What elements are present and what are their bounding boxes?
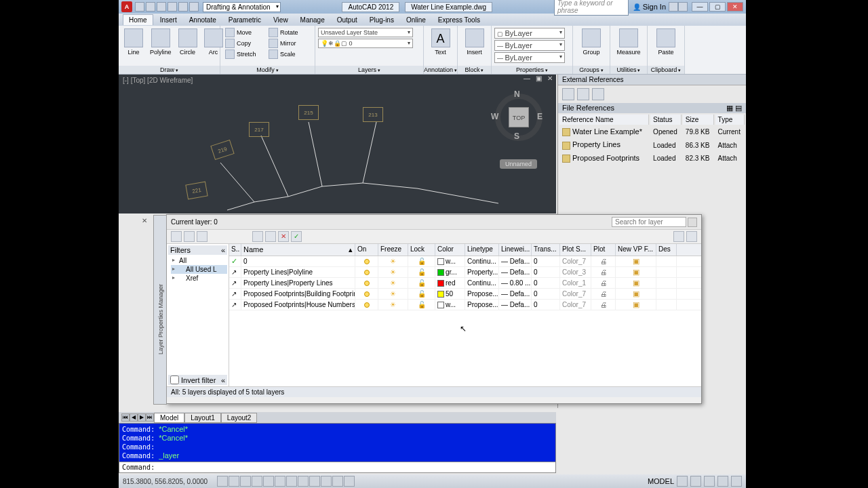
exchange-icon[interactable] xyxy=(669,2,678,12)
viewcube[interactable]: N S E W TOP xyxy=(490,88,544,142)
qat-save-icon[interactable] xyxy=(157,2,166,12)
filter-all[interactable]: All xyxy=(171,256,227,265)
filter-xref[interactable]: Xref xyxy=(171,274,227,283)
lock-icon[interactable]: 🔓 xyxy=(418,258,426,265)
tab-next-icon[interactable]: ▶ xyxy=(138,413,146,422)
col-linetype[interactable]: Linetype xyxy=(465,244,499,256)
col-color[interactable]: Color xyxy=(435,244,465,256)
set-current-icon[interactable] xyxy=(291,231,302,242)
qat-undo-icon[interactable] xyxy=(167,2,177,12)
tab-first-icon[interactable]: ⏮ xyxy=(121,413,130,422)
minimize-button[interactable]: — xyxy=(692,2,708,12)
maximize-button[interactable]: ▢ xyxy=(709,2,726,12)
tab-last-icon[interactable]: ⏭ xyxy=(146,413,154,422)
lock-icon[interactable]: 🔓 xyxy=(418,301,426,308)
coordinates[interactable]: 815.3800, 556.8205, 0.0000 xyxy=(123,478,208,485)
freeze-sun-icon[interactable]: ☀ xyxy=(390,258,396,265)
col-newvp[interactable]: New VP F... xyxy=(616,244,656,256)
help-search-input[interactable]: Type a keyword or phrase xyxy=(554,0,629,16)
panel-groups[interactable]: Groups xyxy=(573,66,610,74)
on-bulb-icon[interactable] xyxy=(364,291,370,297)
layer-row[interactable]: ↗ Property Lines|Polyline ☀ 🔓 gr... Prop… xyxy=(229,267,701,278)
col-name[interactable]: Reference Name xyxy=(559,115,649,125)
tab-home[interactable]: Home xyxy=(123,14,153,25)
plot-icon[interactable]: 🖨 xyxy=(600,290,607,298)
scale-button[interactable]: Scale xyxy=(267,49,300,60)
xref-refresh-icon[interactable] xyxy=(577,88,589,100)
new-layer-freeze-icon[interactable] xyxy=(184,231,195,242)
qp-button[interactable] xyxy=(321,476,332,487)
layer-dropdown[interactable]: 💡❄🔒▢ 0 xyxy=(318,39,413,48)
panel-annotation[interactable]: Annotation xyxy=(424,66,457,74)
collapse-icon[interactable]: « xyxy=(221,246,225,254)
col-type[interactable]: Type xyxy=(715,115,745,125)
doc-minimize-icon[interactable]: — xyxy=(521,75,532,82)
ortho-button[interactable] xyxy=(240,476,251,487)
tab-prev-icon[interactable]: ◀ xyxy=(130,413,138,422)
command-window[interactable]: Command: *Cancel*Command: *Cancel*Comman… xyxy=(119,423,556,473)
lineweight-dropdown[interactable]: — ByLayer xyxy=(494,40,565,51)
col-plotstyle[interactable]: Plot S... xyxy=(560,244,591,256)
filter-all-used[interactable]: All Used L xyxy=(171,265,227,274)
tab-model[interactable]: Model xyxy=(154,413,184,423)
sb-icon[interactable] xyxy=(704,476,715,487)
col-freeze[interactable]: Freeze xyxy=(378,244,408,256)
layer-search-input[interactable] xyxy=(612,217,686,227)
panel-block[interactable]: Block xyxy=(458,66,491,74)
mirror-button[interactable]: Mirror xyxy=(267,38,300,49)
tab-layout1[interactable]: Layout1 xyxy=(184,413,221,423)
paste-button[interactable]: Paste xyxy=(650,27,682,57)
viewcube-top[interactable]: TOP xyxy=(509,107,529,127)
help-icon[interactable] xyxy=(678,2,688,12)
col-status[interactable]: Status xyxy=(650,115,682,125)
col-size[interactable]: Size xyxy=(683,115,714,125)
newvp-icon[interactable]: ▣ xyxy=(633,268,639,277)
invert-filter-checkbox[interactable] xyxy=(170,375,179,384)
freeze-sun-icon[interactable]: ☀ xyxy=(390,301,396,308)
xref-attach-icon[interactable] xyxy=(562,88,574,100)
qat-print-icon[interactable] xyxy=(189,2,199,12)
col-on[interactable]: On xyxy=(355,244,378,256)
plot-icon[interactable]: 🖨 xyxy=(600,268,607,276)
doc-restore-icon[interactable]: ▣ xyxy=(534,75,544,82)
insert-button[interactable]: Insert xyxy=(460,27,488,57)
tab-output[interactable]: Output xyxy=(332,15,363,25)
plot-icon[interactable]: 🖨 xyxy=(600,258,607,265)
sb-icon[interactable] xyxy=(690,476,701,487)
drawing-canvas[interactable]: [-] [Top] [2D Wireframe] — ▣ ✕ 215 213 2… xyxy=(119,75,556,214)
qat-redo-icon[interactable] xyxy=(178,2,188,12)
on-bulb-icon[interactable] xyxy=(364,302,370,308)
line-button[interactable]: Line xyxy=(121,27,146,57)
col-name[interactable]: Name ▴ xyxy=(241,244,355,256)
collapse-icon[interactable]: « xyxy=(221,376,225,384)
search-icon[interactable] xyxy=(688,218,697,227)
col-plot[interactable]: Plot xyxy=(591,244,616,256)
doc-close-icon[interactable]: ✕ xyxy=(545,75,555,82)
freeze-sun-icon[interactable]: ☀ xyxy=(390,290,396,298)
layer-row[interactable]: ✓ 0 ☀ 🔓 w... Continu... — Defa... 0 Colo… xyxy=(229,256,701,267)
polyline-button[interactable]: Polyline xyxy=(147,27,174,57)
tab-online[interactable]: Online xyxy=(401,15,431,25)
newvp-icon[interactable]: ▣ xyxy=(633,300,639,309)
model-space-button[interactable]: MODEL xyxy=(648,477,674,485)
polar-button[interactable] xyxy=(252,476,262,487)
on-bulb-icon[interactable] xyxy=(364,281,370,286)
col-lineweight[interactable]: Linewei... xyxy=(499,244,532,256)
newvp-icon[interactable]: ▣ xyxy=(633,257,639,266)
viewport-label[interactable]: [-] [Top] [2D Wireframe] xyxy=(123,77,193,84)
sb-icon[interactable] xyxy=(731,476,742,487)
snap-button[interactable] xyxy=(217,476,228,487)
newvp-icon[interactable]: ▣ xyxy=(633,279,639,287)
app-icon[interactable]: A xyxy=(121,1,132,12)
sb-icon[interactable] xyxy=(717,476,728,487)
col-status[interactable]: S.. xyxy=(229,244,241,256)
panel-modify[interactable]: Modify xyxy=(220,66,315,74)
grid-button[interactable] xyxy=(229,476,239,487)
palette-close-icon[interactable]: ✕ xyxy=(142,217,147,224)
on-bulb-icon[interactable] xyxy=(364,270,370,275)
tab-express[interactable]: Express Tools xyxy=(433,15,486,25)
plot-icon[interactable]: 🖨 xyxy=(600,279,607,287)
panel-properties[interactable]: Properties xyxy=(492,66,572,74)
panel-clipboard[interactable]: Clipboard xyxy=(648,66,684,74)
dyn-button[interactable] xyxy=(298,476,309,487)
